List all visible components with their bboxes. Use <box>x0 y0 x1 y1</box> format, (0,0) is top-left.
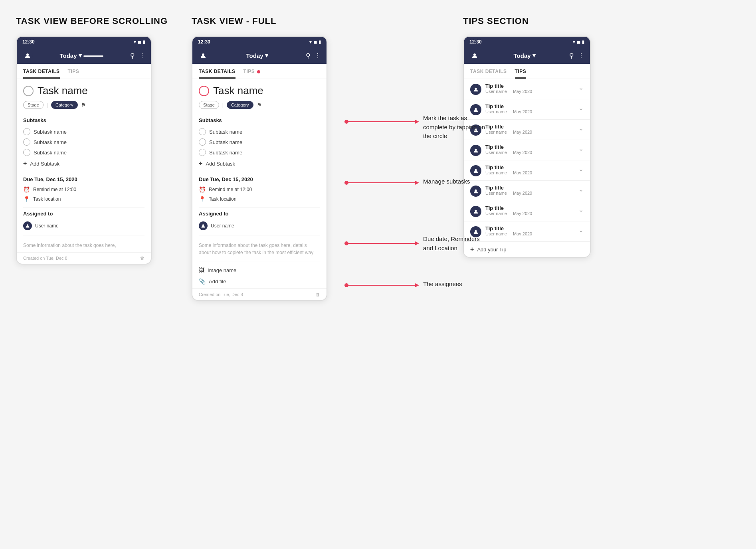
tips-list: Tip title User name | May 2020 ⌄ Tip tit… <box>464 79 590 242</box>
subtask-name-2c: Subtask name <box>209 150 242 156</box>
navbar-center-1[interactable]: Today ▾ <box>59 52 103 59</box>
search-icon-1[interactable]: ⚲ <box>130 52 135 59</box>
task-complete-circle-2[interactable] <box>199 86 209 96</box>
assignee-row-2: User name <box>199 220 320 232</box>
svg-point-7 <box>344 181 348 185</box>
more-icon-3[interactable]: ⋮ <box>578 52 584 59</box>
tip-item-3[interactable]: Tip title User name | May 2020 ⌄ <box>464 140 590 160</box>
category-tag-2[interactable]: Category <box>227 101 253 109</box>
tip-meta-4: User name | May 2020 <box>485 170 574 175</box>
flag-icon-2[interactable]: ⚑ <box>257 102 262 108</box>
tip-chevron-5[interactable]: ⌄ <box>578 186 584 193</box>
category-tag-1[interactable]: Category <box>51 101 78 109</box>
task-name-1: Task name <box>38 85 88 97</box>
search-icon-3[interactable]: ⚲ <box>569 52 574 59</box>
status-bar-3: 12:30 ▾ ◼ ▮ <box>464 37 590 47</box>
delete-icon-1[interactable]: 🗑 <box>140 256 144 261</box>
due-date-1: Due Tue, Dec 15, 2020 <box>23 176 144 182</box>
stage-tag-1[interactable]: Stage <box>23 101 44 109</box>
navbar-avatar-3[interactable] <box>469 50 480 61</box>
more-icon-1[interactable]: ⋮ <box>139 52 145 59</box>
divider-2d <box>199 235 320 235</box>
tip-chevron-6[interactable]: ⌄ <box>578 206 584 213</box>
image-icon-2: 🖼 <box>199 267 204 273</box>
navbar-center-3[interactable]: Today ▾ <box>514 52 536 59</box>
add-subtask-row-2[interactable]: + Add Subtask <box>199 158 320 170</box>
subtask-circle-1c[interactable] <box>23 149 30 156</box>
annotation-4: The assignees <box>423 280 527 288</box>
add-subtask-label-2: Add Subtask <box>206 161 235 167</box>
tip-avatar-3 <box>470 145 481 156</box>
svg-marker-6 <box>415 120 419 124</box>
subtask-name-2b: Subtask name <box>209 139 242 145</box>
divider-2a <box>199 114 320 114</box>
subtask-name-1b: Subtask name <box>34 139 67 145</box>
subtask-circle-2a[interactable] <box>199 128 206 135</box>
location-icon-2: 📍 <box>199 196 206 202</box>
subtask-circle-2c[interactable] <box>199 149 206 156</box>
divider-1c <box>23 207 144 207</box>
task-complete-circle-1[interactable] <box>23 86 34 96</box>
navbar-chevron-1: ▾ <box>79 52 82 59</box>
tip-avatar-4 <box>470 165 481 176</box>
navbar-1: Today ▾ ⚲ ⋮ <box>17 47 151 64</box>
subtask-circle-1b[interactable] <box>23 138 30 146</box>
tab-task-details-1[interactable]: TASK DETAILS <box>23 64 60 79</box>
tip-title-0: Tip title <box>485 83 574 89</box>
reminder-text-1: Remind me at 12:00 <box>33 187 76 192</box>
tab-tips-2[interactable]: TIPS <box>243 64 261 79</box>
tip-chevron-7[interactable]: ⌄ <box>578 226 584 234</box>
phone3-frame: 12:30 ▾ ◼ ▮ Today ▾ ⚲ ⋮ <box>463 36 591 258</box>
wifi-icon: ▾ <box>134 39 136 45</box>
add-subtask-plus-2: + <box>199 160 202 167</box>
delete-icon-2[interactable]: 🗑 <box>316 292 320 297</box>
tip-avatar-5 <box>470 186 481 197</box>
tip-chevron-4[interactable]: ⌄ <box>578 165 584 173</box>
task-content-1: Task name Stage | Category ⚑ Subtasks Su… <box>17 79 151 251</box>
stage-tag-2[interactable]: Stage <box>199 101 219 109</box>
annotation-2: Manage subtasks <box>423 177 527 186</box>
file-row-2[interactable]: 📎 Add file <box>199 276 320 287</box>
assigned-label-2: Assigned to <box>199 211 320 217</box>
signal-icon-3: ◼ <box>577 39 580 45</box>
annotation-1: Mark the task as complete by tapping on … <box>423 114 527 141</box>
tip-chevron-2[interactable]: ⌄ <box>578 124 584 132</box>
search-icon-2[interactable]: ⚲ <box>306 52 311 59</box>
tip-chevron-1[interactable]: ⌄ <box>578 104 584 112</box>
today-label-3: Today <box>514 52 531 59</box>
add-subtask-row-1[interactable]: + Add Subtask <box>23 158 144 170</box>
tab-task-details-3[interactable]: TASK DETAILS <box>470 64 507 79</box>
navbar-icons-3: ⚲ ⋮ <box>569 52 584 59</box>
assignee-avatar-2 <box>199 221 208 230</box>
flag-icon-1[interactable]: ⚑ <box>81 102 86 108</box>
navbar-center-2[interactable]: Today ▾ <box>246 52 268 59</box>
subtask-circle-2b[interactable] <box>199 138 206 146</box>
tip-title-5: Tip title <box>485 185 574 191</box>
time-3: 12:30 <box>469 39 482 45</box>
location-row-2: 📍 Task location <box>199 194 320 204</box>
created-text-2: Created on Tue, Dec 8 <box>199 292 243 297</box>
navbar-avatar-2[interactable] <box>198 50 208 61</box>
tip-chevron-0[interactable]: ⌄ <box>578 84 584 91</box>
subtask-circle-1a[interactable] <box>23 128 30 135</box>
tab-tips-3[interactable]: TIPS <box>515 64 526 79</box>
location-text-1: Task location <box>33 196 61 202</box>
tip-item-6[interactable]: Tip title User name | May 2020 ⌄ <box>464 201 590 221</box>
more-icon-2[interactable]: ⋮ <box>315 52 321 59</box>
wifi-icon-2: ▾ <box>309 39 312 45</box>
annotation-3: Due date, Reminders and Location <box>423 235 535 253</box>
tab-task-details-2[interactable]: TASK DETAILS <box>199 64 236 79</box>
divider-1a <box>23 114 144 114</box>
section1-title: TASK VIEW BEFORE SCROLLING <box>16 16 168 26</box>
task-tags-1: Stage | Category ⚑ <box>23 101 144 109</box>
navbar-avatar-1[interactable] <box>22 50 33 61</box>
tip-item-0[interactable]: Tip title User name | May 2020 ⌄ <box>464 79 590 99</box>
assignee-name-1: User name <box>35 223 59 229</box>
svg-marker-15 <box>415 283 419 287</box>
reminder-row-1: ⏰ Remind me at 12:00 <box>23 185 144 194</box>
tip-title-7: Tip title <box>485 225 574 231</box>
tab-tips-1[interactable]: TIPS <box>68 64 79 79</box>
tip-chevron-3[interactable]: ⌄ <box>578 145 584 152</box>
divider-2b <box>199 173 320 173</box>
task-name-row-1: Task name <box>23 85 144 97</box>
